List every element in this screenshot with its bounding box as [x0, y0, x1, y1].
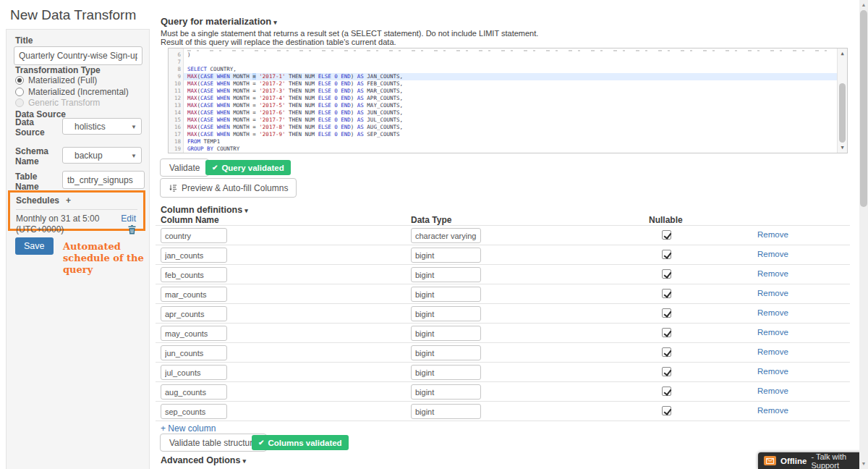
- page-scrollbar[interactable]: ▲ ▼: [859, 0, 868, 469]
- transformation-type-label: Transformation Type: [15, 65, 101, 75]
- code-line-11[interactable]: 11MAX(CASE WHEN MONTH = '2017-3' THEN NU…: [169, 88, 837, 95]
- column-name-input[interactable]: [161, 345, 227, 360]
- code-line-7[interactable]: 7: [169, 59, 837, 66]
- column-name-input[interactable]: [161, 306, 227, 321]
- nullable-checkbox[interactable]: [662, 230, 671, 240]
- query-section-title[interactable]: Query for materialization▾: [161, 16, 277, 27]
- radio-option-materialized-full-[interactable]: Materialized (Full): [15, 75, 97, 85]
- nullable-checkbox[interactable]: [662, 289, 671, 298]
- remove-column-link[interactable]: Remove: [757, 269, 788, 278]
- column-definitions-table: Column Name Data Type Nullable RemoveRem…: [156, 216, 850, 421]
- table-name-input[interactable]: [62, 171, 145, 189]
- scroll-down-icon[interactable]: ▼: [859, 460, 868, 468]
- validate-query-button[interactable]: Validate: [160, 159, 209, 177]
- data-type-input[interactable]: [411, 287, 481, 302]
- nullable-checkbox[interactable]: [662, 328, 671, 337]
- scroll-down-icon[interactable]: ▼: [838, 143, 847, 152]
- code-line-16[interactable]: 16MAX(CASE WHEN MONTH = '2017-8' THEN NU…: [169, 124, 837, 131]
- remove-column-link[interactable]: Remove: [757, 406, 788, 415]
- column-definition-row-mar_counts: Remove: [156, 284, 850, 304]
- radio-option-materialized-incremental-[interactable]: Materialized (Incremental): [15, 87, 129, 97]
- trash-icon[interactable]: [128, 225, 136, 237]
- column-name-input[interactable]: [161, 248, 227, 263]
- add-schedule-button[interactable]: +: [66, 195, 71, 206]
- data-type-header: Data Type: [411, 215, 451, 225]
- sql-editor[interactable]: 6)78SELECT COUNTRY,9MAX(CASE WHEN MONTH …: [168, 48, 848, 153]
- code-line-10[interactable]: 10MAX(CASE WHEN MONTH = '2017-2' THEN NU…: [169, 80, 837, 88]
- query-validated-text: Query validated: [221, 164, 284, 172]
- nullable-checkbox[interactable]: [662, 406, 671, 415]
- scroll-up-icon[interactable]: ▲: [859, 1, 868, 9]
- code-line-14[interactable]: 14MAX(CASE WHEN MONTH = '2017-6' THEN NU…: [169, 109, 837, 117]
- query-description-2: Result of this query will replace the de…: [161, 38, 396, 46]
- edit-schedule-link[interactable]: Edit: [121, 214, 136, 224]
- remove-column-link[interactable]: Remove: [757, 250, 788, 258]
- preview-autofill-label: Preview & Auto-fill Columns: [182, 183, 288, 193]
- data-type-input[interactable]: [411, 228, 481, 243]
- remove-column-link[interactable]: Remove: [757, 289, 788, 297]
- code-line-12[interactable]: 12MAX(CASE WHEN MONTH = '2017-4' THEN NU…: [169, 95, 837, 102]
- column-name-input[interactable]: [161, 287, 227, 302]
- data-type-input[interactable]: [411, 267, 481, 282]
- radio-option-label: Materialized (Incremental): [28, 87, 129, 97]
- radio-unchecked-icon[interactable]: [15, 88, 24, 96]
- schema-name-select[interactable]: backup ▼: [62, 147, 142, 164]
- code-line-15[interactable]: 15MAX(CASE WHEN MONTH = '2017-7' THEN NU…: [169, 117, 837, 124]
- column-rows: RemoveRemoveRemoveRemoveRemoveRemoveRemo…: [156, 226, 850, 421]
- data-type-input[interactable]: [411, 345, 481, 360]
- column-name-input[interactable]: [161, 326, 227, 341]
- code-line-6[interactable]: 6): [169, 51, 837, 59]
- data-type-input[interactable]: [411, 326, 481, 341]
- remove-column-link[interactable]: Remove: [757, 308, 788, 317]
- remove-column-link[interactable]: Remove: [757, 328, 788, 337]
- save-button[interactable]: Save: [15, 237, 54, 255]
- caret-down-icon: ▾: [244, 207, 248, 214]
- column-definitions-title[interactable]: Column definitions▾: [161, 205, 248, 215]
- data-source-select[interactable]: holistics ▼: [62, 118, 142, 135]
- nullable-checkbox[interactable]: [662, 347, 671, 357]
- nullable-checkbox[interactable]: [662, 308, 671, 318]
- title-input[interactable]: [14, 46, 142, 65]
- data-type-input[interactable]: [411, 365, 481, 380]
- remove-column-link[interactable]: Remove: [757, 230, 788, 239]
- envelope-icon: [764, 456, 776, 465]
- new-column-link[interactable]: + New column: [161, 423, 216, 434]
- preview-autofill-button[interactable]: Preview & Auto-fill Columns: [160, 178, 297, 198]
- column-name-input[interactable]: [161, 404, 227, 419]
- nullable-checkbox[interactable]: [662, 250, 671, 259]
- column-name-input[interactable]: [161, 267, 227, 282]
- code-line-18[interactable]: 18FROM TEMP1: [169, 138, 837, 145]
- line-number: 10: [169, 80, 184, 88]
- column-name-input[interactable]: [161, 365, 227, 380]
- code-line-8[interactable]: 8SELECT COUNTRY,: [169, 66, 837, 73]
- code-text: FROM TEMP1: [184, 138, 837, 145]
- validate-table-structure-button[interactable]: Validate table structure: [160, 434, 267, 452]
- query-section-title-text: Query for materialization: [161, 16, 271, 27]
- page-scrollbar-thumb[interactable]: [860, 10, 867, 207]
- code-line-9[interactable]: 9MAX(CASE WHEN MONTH = '2017-1' THEN NUM…: [169, 73, 837, 80]
- support-chat-widget[interactable]: Offline - Talk with Support: [758, 452, 868, 469]
- editor-scrollbar-thumb[interactable]: [839, 83, 846, 143]
- remove-column-link[interactable]: Remove: [757, 347, 788, 356]
- code-line-17[interactable]: 17MAX(CASE WHEN MONTH = '2017-9' THEN NU…: [169, 131, 837, 138]
- code-line-13[interactable]: 13MAX(CASE WHEN MONTH = '2017-5' THEN NU…: [169, 102, 837, 109]
- table-name-label: Table Name: [15, 172, 53, 192]
- radio-checked-icon[interactable]: [15, 76, 24, 85]
- advanced-options-title[interactable]: Advanced Options▾: [161, 455, 246, 465]
- nullable-checkbox[interactable]: [662, 269, 671, 279]
- data-type-input[interactable]: [411, 248, 481, 263]
- column-name-input[interactable]: [161, 384, 227, 400]
- data-type-input[interactable]: [411, 384, 481, 400]
- data-type-input[interactable]: [411, 404, 481, 419]
- scroll-up-icon[interactable]: ▲: [838, 49, 847, 58]
- remove-column-link[interactable]: Remove: [757, 386, 788, 395]
- data-type-input[interactable]: [411, 306, 481, 321]
- code-line-19[interactable]: 19GROUP BY COUNTRY: [169, 145, 837, 153]
- sql-editor-lines: 6)78SELECT COUNTRY,9MAX(CASE WHEN MONTH …: [169, 48, 837, 153]
- transform-settings-panel: Title Transformation Type Materialized (…: [6, 29, 150, 469]
- nullable-checkbox[interactable]: [662, 386, 671, 396]
- column-name-input[interactable]: [161, 228, 227, 243]
- nullable-checkbox[interactable]: [662, 367, 671, 376]
- editor-scrollbar[interactable]: ▲ ▼: [837, 48, 847, 153]
- remove-column-link[interactable]: Remove: [757, 367, 788, 376]
